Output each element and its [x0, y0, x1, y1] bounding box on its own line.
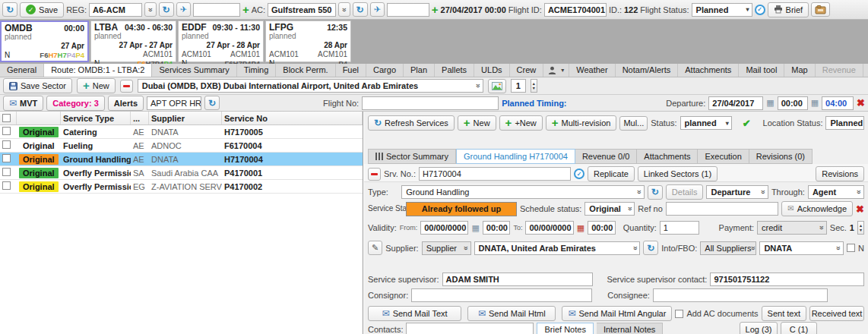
type-refresh-button[interactable]: ↻ — [648, 185, 663, 200]
tab-sector-summary[interactable]: Sector Summary — [368, 149, 456, 164]
quantity-input[interactable]: 1 — [660, 221, 699, 235]
contacts-input[interactable] — [406, 323, 534, 334]
tab-cargo[interactable]: Cargo — [366, 64, 404, 77]
save-sector-button[interactable]: Save Sector — [3, 78, 72, 93]
tab-pallets[interactable]: Pallets — [435, 64, 474, 77]
linked-sectors-button[interactable]: Linked Sectors (1) — [638, 166, 718, 181]
tab-ground-handling[interactable]: Ground Handling H7170004 — [456, 149, 575, 164]
location-status-select[interactable]: Planned▾ — [825, 116, 864, 130]
sector-count-input[interactable]: 1 — [511, 79, 526, 93]
into-fbo-filter-select[interactable]: All Suppliers« — [700, 241, 756, 255]
timing-check-icon[interactable]: ✓ — [755, 5, 765, 15]
into-fbo-select[interactable]: DNATA« — [759, 241, 844, 255]
tab-general[interactable]: General — [0, 64, 44, 77]
edit-supplier-button[interactable]: ✎ — [368, 241, 382, 255]
log-button[interactable]: Log (3) — [740, 322, 778, 334]
calendar-icon[interactable]: ▦ — [471, 224, 479, 232]
tab-weather[interactable]: Weather — [569, 64, 615, 77]
departure-time2-input[interactable]: 04:00 — [822, 96, 854, 110]
supervisor-input[interactable]: ADAM SMITH — [442, 273, 594, 286]
delete-service-icon[interactable]: ✖ — [856, 203, 864, 215]
leg-card-ltba[interactable]: LTBA04:30 - 06:30 planned 27 Apr - 27 Ap… — [90, 20, 176, 62]
clear-timing-icon[interactable]: ✖ — [857, 97, 865, 109]
sec-stepper[interactable]: ▴▾ — [857, 221, 864, 235]
tab-brief-notes[interactable]: Brief Notes — [537, 323, 593, 334]
apt-opr-refresh-button[interactable]: ↻ — [204, 96, 220, 110]
leg-card-lfpg[interactable]: LFPG12:35 planned 28 Apr ACM101ACM101 N … — [265, 20, 351, 62]
select-all-checkbox[interactable] — [2, 114, 11, 122]
reg-aircraft-button[interactable]: ✈ — [176, 2, 191, 17]
new-sector-button[interactable]: +New — [77, 78, 116, 93]
tab-route[interactable]: Route: OMDB:1 - LTBA:2 — [44, 64, 152, 77]
tab-services-summary[interactable]: Services Summary — [152, 64, 236, 77]
ac-aircraft-button[interactable]: ✈ — [370, 2, 385, 17]
direction-select[interactable]: Departure« — [706, 185, 768, 199]
through-select[interactable]: Agent« — [808, 185, 864, 199]
plus-new-service-button[interactable]: ++New — [499, 115, 543, 131]
srv-no-input[interactable]: H7170004 — [419, 167, 571, 181]
ac-expand-button[interactable]: « — [338, 2, 350, 17]
tab-notam-alerts[interactable]: Notam/Alerts — [616, 64, 679, 77]
add-ac-documents-checkbox[interactable] — [675, 310, 683, 318]
row-checkbox[interactable] — [2, 168, 11, 176]
replicate-button[interactable]: Replicate — [588, 166, 635, 181]
ac-input[interactable]: Gulfstream 550 — [268, 3, 336, 17]
revisions-button[interactable]: Revisions — [816, 166, 864, 181]
flight-id-input[interactable]: ACME1704001 — [544, 3, 607, 17]
tab-plan[interactable]: Plan — [404, 64, 435, 77]
send-mail-text-button[interactable]: ✉Send Mail Text — [368, 306, 461, 321]
send-mail-html-button[interactable]: ✉Send Mail Html — [467, 306, 556, 321]
validity-from-date-input[interactable]: 00/00/0000 — [420, 221, 468, 235]
tab-internal-notes[interactable]: Internal Notes — [597, 323, 663, 334]
flight-no-input[interactable] — [362, 96, 499, 110]
add-ac-icon[interactable]: + — [432, 5, 439, 15]
tab-attachments[interactable]: Attachments — [637, 149, 698, 164]
validity-to-time-input[interactable]: 00:00 — [588, 221, 616, 235]
refresh-services-button[interactable]: ↻Refresh Services — [368, 115, 455, 131]
flight-status-select[interactable]: Planned▾ — [692, 3, 752, 17]
send-mail-html-angular-button[interactable]: ✉Send Mail Html Angular — [562, 306, 672, 321]
leg-card-omdb[interactable]: OMDB00:00 planned 27 Apr N F6H7H7P4P4 — [0, 20, 89, 62]
supervisor-contact-input[interactable]: 971501751122 — [710, 273, 864, 286]
payment-select[interactable]: credit« — [757, 221, 827, 235]
supplier-filter-select[interactable]: Supplier« — [422, 241, 471, 255]
add-reg-icon[interactable]: + — [242, 5, 249, 15]
table-row-selected[interactable]: Original Ground Handling AE DNATA H71700… — [0, 153, 363, 166]
validity-to-date-input[interactable]: 00/00/0000 — [525, 221, 573, 235]
ac-refresh-button[interactable]: ↻ — [353, 2, 368, 17]
tab-expenses[interactable]: Expenses — [863, 64, 868, 77]
calendar-icon[interactable]: ▦ — [766, 99, 774, 107]
tab-block-perm[interactable]: Block Perm. — [276, 64, 335, 77]
c-button[interactable]: C (1) — [781, 322, 817, 334]
supplier-refresh-button[interactable]: ↻ — [643, 241, 658, 255]
departure-date-input[interactable]: 27/04/2017 — [708, 96, 763, 110]
type-select[interactable]: Ground Handling« — [401, 185, 644, 199]
schedule-status-select[interactable]: Original« — [584, 202, 635, 216]
map-view-button[interactable] — [488, 79, 506, 93]
sent-text-button[interactable]: Sent text — [762, 306, 806, 321]
save-button[interactable]: ✓Save — [20, 2, 64, 17]
mul-button[interactable]: Mul... — [619, 116, 648, 131]
table-row[interactable]: Original Catering AE DNATA H7170005 — [0, 125, 363, 139]
tab-revisions[interactable]: Revisions (0) — [749, 149, 813, 164]
row-checkbox[interactable] — [2, 181, 11, 190]
tab-passengers[interactable]: ▾ — [543, 64, 569, 77]
category-button[interactable]: Category: 3 — [46, 96, 105, 111]
tab-revenue[interactable]: Revenue 0/0 — [575, 149, 637, 164]
table-row[interactable]: Original Overfly Permission EG Z-AVIATIO… — [0, 180, 363, 194]
mvt-button[interactable]: ✉MVT — [3, 96, 43, 111]
documents-button[interactable] — [811, 2, 830, 17]
table-row[interactable]: Original Fueling AE ADNOC F6170004 — [0, 139, 363, 153]
tab-ulds[interactable]: ULDs — [474, 64, 510, 77]
new-service-button[interactable]: +New — [458, 115, 496, 131]
apt-opr-hrs-field[interactable]: APT OPR HRS: — [147, 96, 201, 110]
n-checkbox[interactable] — [847, 244, 855, 252]
tab-attachments[interactable]: Attachments — [678, 64, 739, 77]
airport-select[interactable]: Dubai (OMDB, DXB) Dubai International Ai… — [138, 79, 483, 93]
sector-count-stepper[interactable]: ▴▾ — [531, 79, 537, 93]
remove-service-button[interactable] — [368, 168, 381, 181]
table-row[interactable]: Original Overfly Permission SA Saudi Ara… — [0, 166, 363, 180]
reg-search-input[interactable] — [193, 3, 240, 17]
row-checkbox[interactable] — [2, 127, 11, 135]
reg-refresh-button[interactable]: ↻ — [159, 2, 174, 17]
